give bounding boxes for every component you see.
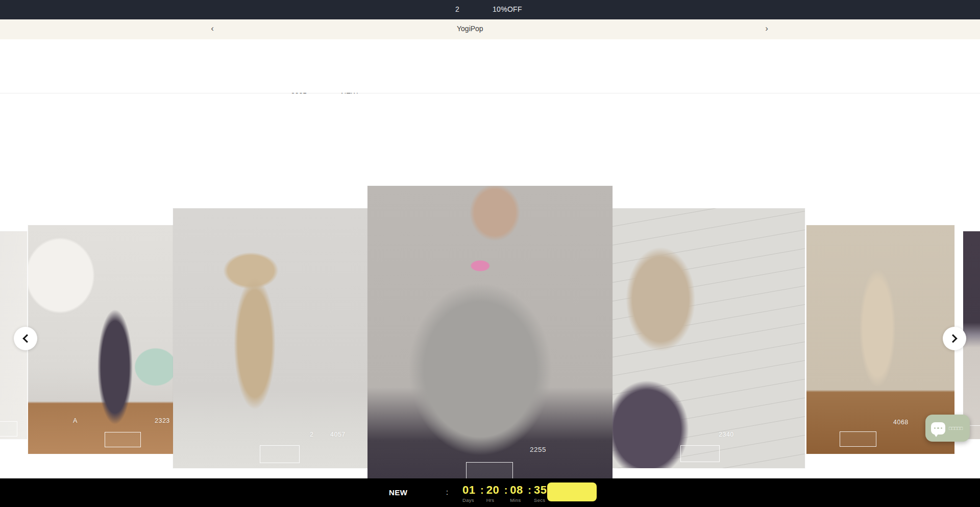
countdown-colon: : <box>502 485 510 496</box>
slide-code: 2340 <box>719 431 734 438</box>
countdown-mins: 08 Mins <box>510 485 525 503</box>
chat-bubble-icon <box>931 422 945 434</box>
announcement-carousel-text: YogiPop <box>457 25 483 33</box>
carousel-slide-5[interactable]: 2340 <box>612 208 805 468</box>
chat-label: □□□□□ <box>949 426 963 431</box>
countdown-mins-unit: Mins <box>510 497 525 503</box>
slide-shop-button[interactable] <box>840 431 876 447</box>
slide-code: 4057 <box>330 431 346 438</box>
top-announcement-bar: 2 10%OFF <box>0 0 980 19</box>
carousel-prev-button[interactable] <box>14 327 37 350</box>
chevron-left-icon: ‹ <box>211 23 214 33</box>
countdown-days-unit: Days <box>462 497 478 503</box>
chat-widget-button[interactable]: □□□□□ <box>925 415 970 442</box>
slide-shop-button[interactable] <box>680 445 720 462</box>
slide-shop-button[interactable] <box>0 421 17 437</box>
carousel-next-button[interactable] <box>943 327 966 350</box>
site-header: y·gp·p 2025 NEW | JPY ¥ <box>0 39 980 93</box>
announcement-prev-button[interactable]: ‹ <box>205 21 219 36</box>
promo-cta-button[interactable] <box>547 482 597 501</box>
carousel-slide-3[interactable]: 2 4057 <box>173 208 368 468</box>
countdown-days-value: 01 <box>462 485 478 496</box>
slide-tag: 2 <box>310 431 313 438</box>
promo-separator: : <box>446 488 448 496</box>
carousel-slide-2[interactable]: A 2323 <box>28 225 173 454</box>
slide-code: 2255 <box>530 446 546 453</box>
promo-countdown-bar: NEW : 01 Days : 20 Hrs : 08 Mins : 35 Se… <box>0 478 980 507</box>
carousel-slide-4-active[interactable]: 2255 <box>368 186 612 482</box>
countdown-hours-value: 20 <box>486 485 502 496</box>
countdown-days: 01 Days <box>462 485 478 503</box>
announcement-carousel-bar: ‹ YogiPop › <box>0 19 980 39</box>
countdown-hours-unit: Hrs <box>486 497 502 503</box>
countdown-timer: 01 Days : 20 Hrs : 08 Mins : 35 Secs <box>462 485 549 503</box>
promo-label: NEW <box>389 488 408 497</box>
chevron-right-icon: › <box>765 23 768 33</box>
countdown-colon: : <box>525 485 534 496</box>
chevron-right-icon <box>949 334 958 343</box>
chevron-left-icon <box>22 334 31 343</box>
slide-code: 2323 <box>155 417 170 424</box>
countdown-mins-value: 08 <box>510 485 525 496</box>
slide-shop-button[interactable] <box>105 432 141 447</box>
announcement-text-left: 2 <box>455 5 459 13</box>
countdown-hours: 20 Hrs <box>486 485 502 503</box>
slide-tag: A <box>73 417 78 424</box>
announcement-next-button[interactable]: › <box>760 21 774 36</box>
countdown-colon: : <box>478 485 486 496</box>
slide-shop-button[interactable] <box>260 445 300 463</box>
announcement-text-right: 10%OFF <box>493 5 522 13</box>
page: 2 10%OFF ‹ YogiPop › y·gp·p 2025 NEW <box>0 0 980 507</box>
hero-carousel: A 2323 2 4057 2255 2340 4068 <box>0 93 980 478</box>
slide-code: 4068 <box>893 419 909 426</box>
